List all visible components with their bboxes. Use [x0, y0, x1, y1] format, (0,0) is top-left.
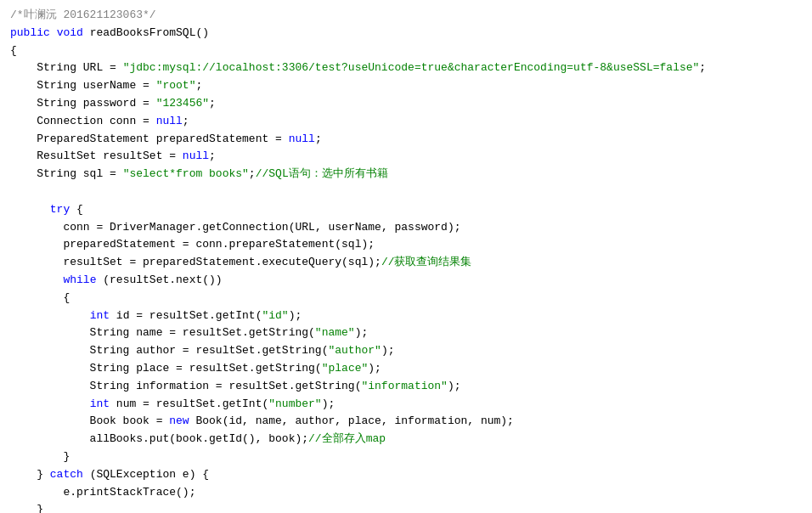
line-9: ResultSet resultSet = null;: [10, 148, 802, 166]
line-15: resultSet = preparedStatement.executeQue…: [10, 254, 802, 272]
line-25: allBooks.put(book.getId(), book);//全部存入m…: [10, 431, 802, 448]
line-29: }: [10, 501, 802, 513]
line-22: String information = resultSet.getString…: [10, 378, 802, 396]
line-12: try {: [10, 201, 802, 219]
line-23: int num = resultSet.getInt("number");: [10, 396, 802, 414]
line-2: public void readBooksFromSQL(): [10, 25, 802, 42]
line-28: e.printStackTrace();: [10, 484, 802, 502]
line-17: {: [10, 290, 802, 307]
line-24: Book book = new Book(id, name, author, p…: [10, 413, 802, 431]
line-16: while (resultSet.next()): [10, 272, 802, 290]
line-1: /*叶澜沅 201621123063*/: [10, 7, 802, 25]
line-11: [10, 183, 802, 201]
code-container: /*叶澜沅 201621123063*/ public void readBoo…: [0, 0, 812, 513]
line-26: }: [10, 448, 802, 466]
line-21: String place = resultSet.getString("plac…: [10, 360, 802, 378]
line-6: String password = "123456";: [10, 95, 802, 113]
line-18: int id = resultSet.getInt("id");: [10, 307, 802, 325]
line-27: } catch (SQLException e) {: [10, 466, 802, 484]
line-5: String userName = "root";: [10, 77, 802, 95]
line-8: PreparedStatement preparedStatement = nu…: [10, 131, 802, 149]
line-19: String name = resultSet.getString("name"…: [10, 324, 802, 342]
line-20: String author = resultSet.getString("aut…: [10, 342, 802, 360]
line-14: preparedStatement = conn.prepareStatemen…: [10, 236, 802, 254]
line-7: Connection conn = null;: [10, 113, 802, 131]
line-4: String URL = "jdbc:mysql://localhost:330…: [10, 59, 802, 77]
line-3: {: [10, 42, 802, 60]
code-block: /*叶澜沅 201621123063*/ public void readBoo…: [0, 7, 812, 513]
line-10: String sql = "select*from books";//SQL语句…: [10, 166, 802, 183]
line-13: conn = DriverManager.getConnection(URL, …: [10, 219, 802, 237]
